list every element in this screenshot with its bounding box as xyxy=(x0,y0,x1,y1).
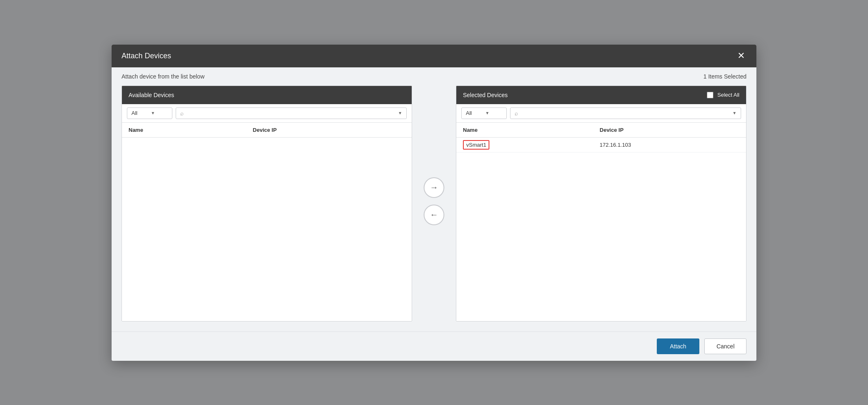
selected-panel-filters: All ▼ ⌕ ▼ xyxy=(456,104,746,123)
select-all-checkbox[interactable] xyxy=(707,92,713,98)
selected-search-icon: ⌕ xyxy=(515,110,518,117)
modal-footer: Attach Cancel xyxy=(112,331,756,361)
modal-body: Available Devices All ▼ ⌕ ▼ xyxy=(112,86,756,331)
selected-search-input[interactable] xyxy=(520,110,730,116)
available-panel-header: Available Devices xyxy=(122,86,412,104)
available-search-icon: ⌕ xyxy=(180,110,184,117)
transfer-right-button[interactable]: → xyxy=(424,177,444,198)
transfer-left-button[interactable]: ← xyxy=(424,205,444,225)
selected-col-device-ip: Device IP xyxy=(593,123,746,138)
cancel-button[interactable]: Cancel xyxy=(704,338,746,354)
available-filter-chevron-icon: ▼ xyxy=(151,111,168,115)
select-all-label: Select All xyxy=(718,92,739,98)
selected-devices-panel: Selected Devices Select All All ▼ ⌕ ▼ xyxy=(456,86,746,322)
right-arrow-icon: → xyxy=(430,183,438,192)
modal-subheader: Attach device from the list below 1 Item… xyxy=(112,67,756,86)
available-col-device-ip: Device IP xyxy=(246,123,412,138)
selected-col-name: Name xyxy=(456,123,593,138)
available-panel-body: Name Device IP xyxy=(122,123,412,321)
available-col-name: Name xyxy=(122,123,246,138)
attach-devices-modal: Attach Devices ✕ Attach device from the … xyxy=(112,45,756,361)
selected-panel-body: Name Device IP vSmart1172.16.1.103 xyxy=(456,123,746,321)
left-arrow-icon: ← xyxy=(430,210,438,219)
available-panel-filters: All ▼ ⌕ ▼ xyxy=(122,104,412,123)
device-name-cell: vSmart1 xyxy=(456,137,593,152)
selected-panel-title: Selected Devices xyxy=(463,92,508,98)
close-button[interactable]: ✕ xyxy=(736,51,746,60)
transfer-buttons-container: → ← xyxy=(412,86,456,317)
available-filter-value: All xyxy=(131,110,148,116)
selected-filter-chevron-icon: ▼ xyxy=(485,111,502,115)
available-filter-dropdown[interactable]: All ▼ xyxy=(127,107,172,119)
available-search-box: ⌕ ▼ xyxy=(176,107,407,119)
select-all-container: Select All xyxy=(707,92,739,98)
items-selected-count: 1 Items Selected xyxy=(703,73,746,80)
attach-button[interactable]: Attach xyxy=(657,338,700,354)
selected-search-chevron-icon[interactable]: ▼ xyxy=(732,111,737,115)
available-devices-table: Name Device IP xyxy=(122,123,412,138)
selected-devices-table: Name Device IP vSmart1172.16.1.103 xyxy=(456,123,746,152)
selected-panel-header: Selected Devices Select All xyxy=(456,86,746,104)
available-search-chevron-icon[interactable]: ▼ xyxy=(398,111,402,115)
device-name-highlighted: vSmart1 xyxy=(463,140,489,150)
modal-title: Attach Devices xyxy=(122,52,171,60)
available-panel-title: Available Devices xyxy=(129,92,174,98)
selected-filter-value: All xyxy=(466,110,483,116)
modal-header: Attach Devices ✕ xyxy=(112,45,756,67)
available-search-input[interactable] xyxy=(186,110,396,116)
device-ip-cell: 172.16.1.103 xyxy=(593,137,746,152)
selected-filter-dropdown[interactable]: All ▼ xyxy=(461,107,507,119)
available-devices-panel: Available Devices All ▼ ⌕ ▼ xyxy=(122,86,412,322)
selected-search-box: ⌕ ▼ xyxy=(510,107,741,119)
modal-subtitle: Attach device from the list below xyxy=(122,73,205,80)
table-row[interactable]: vSmart1172.16.1.103 xyxy=(456,137,746,152)
modal-overlay: Attach Devices ✕ Attach device from the … xyxy=(0,0,868,405)
